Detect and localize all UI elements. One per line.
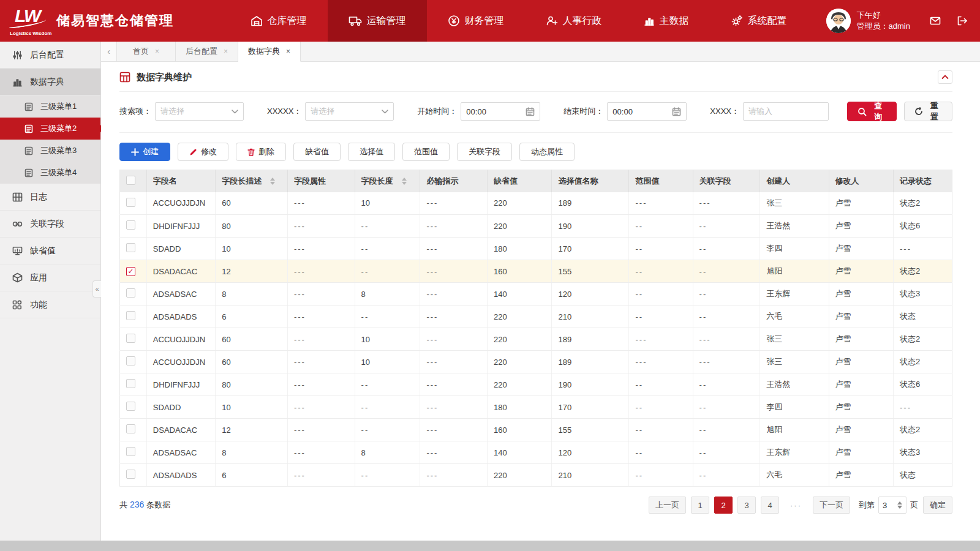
next-page-button[interactable]: 下一页 <box>813 497 850 514</box>
nav-item-2[interactable]: 运输管理 <box>328 0 427 42</box>
table-cell: --- <box>420 396 488 419</box>
logo-mark: LW <box>15 6 40 26</box>
logout-button[interactable] <box>953 12 971 30</box>
动态属性-button[interactable]: 动态属性 <box>519 143 575 161</box>
table-cell: DHDIFNFJJJ <box>146 373 215 396</box>
范围值-button[interactable]: 范围值 <box>402 143 450 161</box>
page-stepper[interactable] <box>897 501 902 509</box>
reset-icon <box>914 107 923 116</box>
table-cell: 王浩然 <box>760 215 829 238</box>
sidebar-item-功能[interactable]: 功能 <box>0 291 100 318</box>
row-checkbox[interactable] <box>126 356 135 365</box>
row-checkbox[interactable] <box>126 470 135 479</box>
filter-bar: 搜索项：请选择XXXXX：请选择开始时间：00:00结束时间：00:00XXXX… <box>119 92 952 133</box>
table-cell: DSADACAC <box>146 260 215 283</box>
filter-label: 搜索项： <box>119 106 151 117</box>
input-placeholder: 请输入 <box>748 106 772 117</box>
close-icon[interactable]: × <box>155 47 159 56</box>
sidebar-item-缺省值[interactable]: 缺省值 <box>0 238 100 264</box>
sidebar-item-三级菜单1[interactable]: 三级菜单1 <box>0 96 100 118</box>
row-checkbox[interactable] <box>126 334 135 343</box>
选择值-button[interactable]: 选择值 <box>348 143 395 161</box>
mail-button[interactable] <box>926 12 944 30</box>
table-cell: --- <box>629 328 693 351</box>
prev-page-button[interactable]: 上一页 <box>649 497 686 514</box>
row-checkbox[interactable] <box>126 288 135 298</box>
nav-item-3[interactable]: 财务管理 <box>427 0 525 42</box>
avatar[interactable] <box>826 9 851 33</box>
table-cell: 王东辉 <box>760 283 829 305</box>
page-ellipsis[interactable]: ··· <box>784 497 808 514</box>
sort-icon[interactable] <box>402 178 407 185</box>
page-button-1[interactable]: 1 <box>691 497 709 514</box>
page-button-4[interactable]: 4 <box>761 497 779 514</box>
page-button-3[interactable]: 3 <box>737 497 756 514</box>
sidebar-item-日志[interactable]: 日志 <box>0 184 100 211</box>
table-cell: -- <box>629 373 693 396</box>
sidebar-item-应用[interactable]: 应用 <box>0 264 100 291</box>
table-cell: ADSADSAC <box>146 283 215 305</box>
row-checkbox[interactable] <box>126 311 135 320</box>
goto-page-input[interactable]: 3 <box>878 497 907 514</box>
row-checkbox[interactable] <box>126 424 135 433</box>
close-icon[interactable]: × <box>224 47 228 56</box>
sidebar-item-关联字段[interactable]: 关联字段 <box>0 211 100 238</box>
row-checkbox[interactable] <box>126 447 135 456</box>
page-button-2[interactable]: 2 <box>714 497 733 514</box>
删除-button[interactable]: 删除 <box>236 143 286 161</box>
panel-collapse-button[interactable] <box>938 70 952 84</box>
nav-item-6[interactable]: 系统配置 <box>710 0 808 42</box>
tab-scroll-left-icon[interactable]: ‹ <box>101 42 117 61</box>
nav-item-5[interactable]: 主数据 <box>623 0 710 42</box>
tab-首页[interactable]: 首页× <box>117 42 176 61</box>
sidebar-item-数据字典[interactable]: 数据字典 <box>0 69 100 96</box>
table-cell: 180 <box>487 396 551 419</box>
缺省值-button[interactable]: 缺省值 <box>293 143 341 161</box>
filter-select-2[interactable]: 请选择 <box>305 102 394 121</box>
sidebar-item-后台配置[interactable]: 后台配置 <box>0 42 100 69</box>
nav-item-1[interactable]: 仓库管理 <box>230 0 328 42</box>
user-box: 下午好 管理员：admin <box>826 0 980 42</box>
row-checkbox[interactable] <box>126 220 135 230</box>
chevron-down-icon <box>232 110 238 114</box>
table-cell: -- <box>693 441 760 464</box>
mail-icon <box>930 17 941 25</box>
sort-icon[interactable] <box>270 178 275 185</box>
table-cell: -- <box>693 419 760 441</box>
sidebar-item-三级菜单4[interactable]: 三级菜单4 <box>0 162 100 184</box>
filter-label: XXXX： <box>710 106 739 117</box>
修改-button[interactable]: 修改 <box>178 143 228 161</box>
table-cell: ADSADSAC <box>146 441 215 464</box>
filter-label: 开始时间： <box>417 106 457 117</box>
row-checkbox[interactable]: ✓ <box>126 267 135 276</box>
tab-数据字典[interactable]: 数据字典× <box>238 42 301 62</box>
sidebar-item-三级菜单2[interactable]: 三级菜单2 <box>0 118 100 140</box>
关联字段-button[interactable]: 关联字段 <box>457 143 512 161</box>
reset-button[interactable]: 重置 <box>904 102 952 121</box>
column-header-字段长度[interactable]: 字段长度 <box>355 170 420 192</box>
filter-time-3[interactable]: 00:00 <box>461 102 540 121</box>
row-checkbox[interactable] <box>126 198 135 207</box>
sidebar-collapse-handle[interactable]: « <box>92 280 101 298</box>
table-cell: 卢雪 <box>829 192 893 215</box>
row-checkbox[interactable] <box>126 243 135 252</box>
main-content: 数据字典维护 搜索项：请选择XXXXX：请选择开始时间：00:00结束时间：00… <box>101 62 980 541</box>
select-all-checkbox[interactable] <box>126 176 135 185</box>
row-checkbox[interactable] <box>126 402 135 411</box>
confirm-button[interactable]: 确定 <box>923 497 952 514</box>
sidebar-item-三级菜单3[interactable]: 三级菜单3 <box>0 140 100 162</box>
table-cell: 6 <box>216 305 288 328</box>
table-cell: --- <box>420 283 488 305</box>
nav-item-label: 系统配置 <box>748 15 787 28</box>
创建-button[interactable]: 创建 <box>119 143 170 161</box>
close-icon[interactable]: × <box>286 47 290 56</box>
row-checkbox[interactable] <box>126 379 135 388</box>
filter-select-1[interactable]: 请选择 <box>155 102 244 121</box>
tab-后台配置[interactable]: 后台配置× <box>176 42 238 61</box>
trash-icon <box>247 148 255 156</box>
query-button[interactable]: 查询 <box>847 102 896 121</box>
column-header-字段长描述[interactable]: 字段长描述 <box>216 170 288 192</box>
filter-input-5[interactable]: 请输入 <box>743 102 829 121</box>
nav-item-4[interactable]: 人事行政 <box>525 0 623 42</box>
filter-time-4[interactable]: 00:00 <box>607 102 687 121</box>
